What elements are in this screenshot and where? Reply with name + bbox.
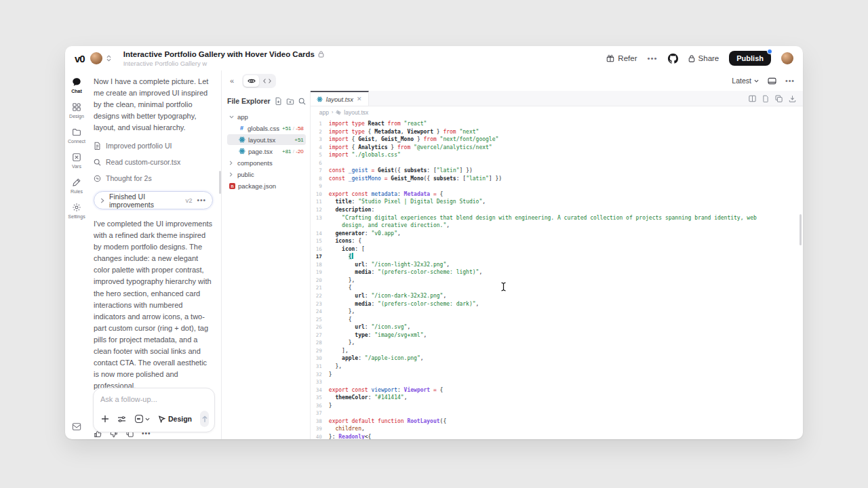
css-icon: # — [239, 125, 245, 131]
tree-folder-components[interactable]: components — [227, 157, 306, 168]
inbox-icon[interactable] — [72, 422, 81, 431]
tree-folder-app[interactable]: app — [227, 111, 306, 122]
thought-icon — [94, 175, 101, 182]
code-line-1[interactable]: 1import type React from "react" — [311, 120, 803, 128]
step-thought[interactable]: Thought for 2s — [94, 174, 213, 182]
publish-button[interactable]: Publish — [729, 51, 771, 66]
code-line-40[interactable]: 40}: Readonly<{ — [311, 433, 803, 439]
refer-button[interactable]: Refer — [606, 54, 637, 62]
code-line-35[interactable]: 35 themeColor: "#141414", — [311, 394, 803, 402]
code-line-20[interactable]: 20 }, — [311, 277, 803, 285]
code-area[interactable]: 1import type React from "react"2import t… — [311, 118, 803, 439]
tab-layout-tsx[interactable]: layout.tsx ✕ — [311, 91, 369, 106]
project-switcher-icon[interactable] — [106, 55, 111, 62]
code-line-10[interactable]: 10export const metadata: Metadata = { — [311, 190, 803, 199]
code-line-5[interactable]: 5import "./globals.css" — [311, 151, 803, 159]
code-line-3[interactable]: 3import { Geist, Geist_Mono } from "next… — [311, 136, 803, 144]
more-menu-icon[interactable]: ••• — [785, 77, 795, 85]
tree-file-package-json[interactable]: n package.json — [227, 180, 306, 191]
code-line-27[interactable]: 27 type: "image/svg+xml", — [311, 331, 803, 340]
github-icon[interactable] — [668, 54, 678, 64]
breadcrumb-app[interactable]: app — [319, 109, 329, 116]
finished-improvements-card[interactable]: Finished UI improvements v2 ••• — [94, 191, 213, 209]
tree-file-globals-css[interactable]: # globals.css +51 / -58 — [227, 123, 306, 134]
more-icon[interactable]: ••• — [197, 197, 206, 204]
rail-item-vars[interactable]: Vars — [72, 152, 81, 169]
code-line-15[interactable]: 15 icons: { — [311, 237, 803, 245]
rail-item-settings[interactable]: Settings — [68, 203, 85, 219]
tree-file-layout-tsx[interactable]: layout.tsx +51 — [227, 134, 306, 145]
split-view-icon[interactable] — [749, 95, 756, 102]
code-line-12[interactable]: 12 description: — [311, 206, 803, 214]
code-line-28[interactable]: 28 }, — [311, 339, 803, 347]
step-read-file[interactable]: Read custom-cursor.tsx — [94, 158, 213, 166]
new-folder-icon[interactable] — [286, 98, 294, 105]
code-line-9[interactable]: 9 — [311, 182, 803, 190]
model-selector[interactable] — [134, 414, 150, 424]
code-line-4[interactable]: 4import { Analytics } from "@vercel/anal… — [311, 144, 803, 152]
preview-toggle[interactable] — [243, 75, 259, 87]
code-line-18[interactable]: 18 url: "/icon-light-32x32.png", — [311, 261, 803, 269]
code-line-33[interactable]: 33 — [311, 378, 803, 386]
close-icon[interactable]: ✕ — [357, 96, 362, 102]
attach-plus-icon[interactable] — [101, 415, 109, 423]
share-button[interactable]: Share — [688, 54, 719, 62]
tree-file-page-tsx[interactable]: page.tsx +81 / -20 — [227, 146, 306, 157]
chat-scrollbar[interactable] — [219, 171, 221, 194]
code-line-26[interactable]: 26 url: "/icon.svg", — [311, 323, 803, 331]
npm-icon: n — [229, 183, 235, 189]
download-icon[interactable] — [789, 95, 796, 102]
code-line-31[interactable]: 31 }, — [311, 363, 803, 371]
code-line-36[interactable]: 36} — [311, 402, 803, 410]
code-toggle[interactable] — [259, 75, 275, 87]
code-line-7[interactable]: 7const _geist = Geist({ subsets: ["latin… — [311, 167, 803, 175]
sliders-icon[interactable] — [117, 415, 126, 423]
code-line-21[interactable]: 21 { — [311, 284, 803, 292]
code-line-37[interactable]: 37 — [311, 409, 803, 418]
copy-icon[interactable] — [775, 95, 783, 102]
breadcrumb-file[interactable]: layout.tsx — [344, 109, 368, 116]
code-line-2[interactable]: 2import type { Metadata, Viewport } from… — [311, 128, 803, 136]
version-dropdown[interactable]: Latest — [732, 77, 759, 85]
code-line-22[interactable]: 22 url: "/icon-dark-32x32.png", — [311, 292, 803, 300]
line-number: 37 — [311, 409, 329, 418]
rail-item-rules[interactable]: Rules — [71, 178, 83, 194]
rail-item-connect[interactable]: Connect — [68, 127, 85, 144]
code-line-30[interactable]: 30 apple: "/apple-icon.png", — [311, 354, 803, 363]
rail-item-design[interactable]: Design — [69, 102, 84, 119]
tree-folder-public[interactable]: public — [227, 169, 306, 180]
follow-up-input[interactable] — [100, 395, 208, 403]
code-line-25[interactable]: 25 { — [311, 316, 803, 324]
code-line-8[interactable]: 8const _geistMono = Geist_Mono({ subsets… — [311, 175, 803, 183]
send-button[interactable] — [200, 411, 209, 427]
code-scrollbar[interactable] — [800, 214, 802, 245]
code-line-34[interactable]: 34export const viewport: Viewport = { — [311, 386, 803, 394]
code-line-19[interactable]: 19 media: "(prefers-color-scheme: light)… — [311, 268, 803, 277]
design-mode-button[interactable]: Design — [158, 415, 192, 423]
v0-logo[interactable]: v0 — [75, 53, 85, 64]
code-line-13[interactable]: 13 "Crafting digital experiences that bl… — [311, 214, 803, 230]
collapse-panel-icon[interactable]: « — [230, 77, 234, 85]
file-lock-icon[interactable] — [762, 95, 769, 102]
code-line-24[interactable]: 24 }, — [311, 308, 803, 316]
code-line-39[interactable]: 39 children, — [311, 425, 803, 433]
code-line-29[interactable]: 29 ], — [311, 347, 803, 355]
new-file-icon[interactable] — [275, 97, 282, 105]
code-line-23[interactable]: 23 media: "(prefers-color-scheme: dark)"… — [311, 300, 803, 308]
line-number: 20 — [311, 277, 329, 285]
code-line-32[interactable]: 32} — [311, 371, 803, 379]
code-line-11[interactable]: 11 title: "Studio Pixel | Digital Design… — [311, 198, 803, 206]
avatar[interactable] — [90, 52, 102, 64]
code-line-14[interactable]: 14 generator: "v0.app", — [311, 230, 803, 238]
more-menu-icon[interactable]: ••• — [647, 54, 657, 62]
search-icon[interactable] — [298, 98, 306, 105]
rail-item-chat[interactable]: Chat — [71, 77, 82, 94]
step-improved-portfolio[interactable]: Improved portfolio UI — [94, 142, 213, 150]
code-line-38[interactable]: 38export default function RootLayout({ — [311, 418, 803, 426]
code-line-16[interactable]: 16 icon: [ — [311, 245, 803, 253]
user-avatar[interactable] — [781, 52, 793, 64]
line-number: 33 — [311, 378, 329, 386]
browser-icon[interactable] — [768, 77, 776, 85]
code-line-6[interactable]: 6 — [311, 159, 803, 167]
code-line-17[interactable]: 17 { — [311, 253, 803, 261]
